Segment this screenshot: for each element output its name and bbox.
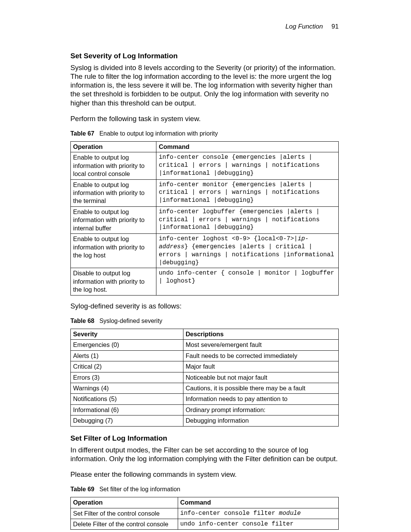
table-cell-severity: Alerts (1) xyxy=(71,350,183,361)
section-paragraph: In different output modes, the Filter ca… xyxy=(70,446,339,463)
table-cell-command: info-center logbuffer {emergencies |aler… xyxy=(156,206,339,233)
table-row: Emergencies (0) Most severe/emergent fau… xyxy=(71,340,339,350)
table-header-cell: Command xyxy=(178,497,338,508)
table-cell-severity: Emergencies (0) xyxy=(71,340,183,350)
table-67: Operation Command Enable to output log i… xyxy=(70,141,339,296)
table-cell-operation: Enable to output log information with pr… xyxy=(71,234,156,268)
table-cell-command: info-center console {emergencies |alerts… xyxy=(156,152,339,179)
table-cell-severity: Critical (2) xyxy=(71,361,183,372)
table-cell-operation: Enable to output log information with pr… xyxy=(71,152,156,179)
table-cell-description: Debugging information xyxy=(183,415,338,426)
page-number: 91 xyxy=(331,23,339,30)
table-header-cell: Command xyxy=(156,141,339,152)
document-page: Log Function 91 Set Severity of Log Info… xyxy=(0,0,411,532)
table-cell-operation: Enable to output log information with pr… xyxy=(71,179,156,206)
table-cell-severity: Informational (6) xyxy=(71,404,183,415)
table-cell-command: undo info-center { console | monitor | l… xyxy=(156,268,339,295)
table-cell-description: Noticeable but not major fault xyxy=(183,372,338,383)
table-row: Alerts (1) Fault needs to be corrected i… xyxy=(71,350,339,361)
header-title: Log Function xyxy=(285,23,323,30)
table-row: Delete Filter of the control console und… xyxy=(71,519,339,529)
section-paragraph: Sylog-defined severity is as follows: xyxy=(70,302,339,310)
table-cell-severity: Debugging (7) xyxy=(71,415,183,426)
table-cell-description: Cautions, it is possible there may be a … xyxy=(183,383,338,393)
section-paragraph: Syslog is divided into 8 levels accordin… xyxy=(70,63,339,107)
table-cell-description: Major fault xyxy=(183,361,338,372)
table-cell-command: info-center monitor {emergencies |alerts… xyxy=(156,179,339,206)
table-row: Enable to output log information with pr… xyxy=(71,206,339,233)
table-row: Enable to output log information with pr… xyxy=(71,179,339,206)
table-cell-command: info-center console filter module xyxy=(178,508,338,519)
section-heading-filter: Set Filter of Log Information xyxy=(70,434,339,443)
table-row: Enable to output log information with pr… xyxy=(71,152,339,179)
table-row: Critical (2) Major fault xyxy=(71,361,339,372)
table-caption-label: Table 67 xyxy=(70,130,94,137)
table-header-cell: Descriptions xyxy=(183,329,338,339)
table-row: Set Filter of the control console info-c… xyxy=(71,508,339,519)
table-row: Warnings (4) Cautions, it is possible th… xyxy=(71,383,339,393)
table-row: Errors (3) Noticeable but not major faul… xyxy=(71,372,339,383)
table-row: Enable to output log information with pr… xyxy=(71,234,339,268)
table-header-cell: Severity xyxy=(71,329,183,339)
table-row: Notifications (5) Information needs to p… xyxy=(71,394,339,404)
table-row: Disable to output log information with p… xyxy=(71,268,339,295)
section-heading-severity: Set Severity of Log Information xyxy=(70,52,339,60)
table-cell-operation: Delete Filter of the control console xyxy=(71,519,178,529)
table-cell-description: Ordinary prompt information: xyxy=(183,404,338,415)
table-cell-severity: Warnings (4) xyxy=(71,383,183,393)
table-cell-severity: Notifications (5) xyxy=(71,394,183,404)
table-caption-text: Syslog-defined severity xyxy=(99,318,162,324)
table-header-row: Severity Descriptions xyxy=(71,329,339,339)
table-cell-description: Fault needs to be corrected immediately xyxy=(183,350,338,361)
table-header-row: Operation Command xyxy=(71,141,339,152)
table-69: Operation Command Set Filter of the cont… xyxy=(70,497,339,530)
table-header-row: Operation Command xyxy=(71,497,339,508)
table-68: Severity Descriptions Emergencies (0) Mo… xyxy=(70,329,339,427)
table-header-cell: Operation xyxy=(71,141,156,152)
page-header: Log Function 91 xyxy=(70,23,339,30)
table-cell-operation: Set Filter of the control console xyxy=(71,508,178,519)
table-row: Debugging (7) Debugging information xyxy=(71,415,339,426)
table-row: Informational (6) Ordinary prompt inform… xyxy=(71,404,339,415)
table-cell-description: Information needs to pay attention to xyxy=(183,394,338,404)
table-cell-operation: Disable to output log information with p… xyxy=(71,268,156,295)
table-caption: Table 68 Syslog-defined severity xyxy=(70,317,339,325)
table-caption-label: Table 68 xyxy=(70,318,94,324)
table-cell-command: info-center loghost <0-9> {local<0-7>|ip… xyxy=(156,234,339,268)
table-cell-description: Most severe/emergent fault xyxy=(183,340,338,350)
table-caption: Table 67 Enable to output log informatio… xyxy=(70,130,339,137)
table-caption: Table 69 Set filter of the log informati… xyxy=(70,486,339,493)
table-cell-severity: Errors (3) xyxy=(71,372,183,383)
table-caption-label: Table 69 xyxy=(70,486,94,492)
table-header-cell: Operation xyxy=(71,497,178,508)
table-cell-command: undo info-center console filter xyxy=(178,519,338,529)
table-cell-operation: Enable to output log information with pr… xyxy=(71,206,156,233)
table-caption-text: Enable to output log information with pr… xyxy=(99,130,218,137)
section-paragraph: Perform the following task in system vie… xyxy=(70,114,339,123)
table-caption-text: Set filter of the log information xyxy=(99,486,180,492)
section-paragraph: Please enter the following commands in s… xyxy=(70,470,339,479)
